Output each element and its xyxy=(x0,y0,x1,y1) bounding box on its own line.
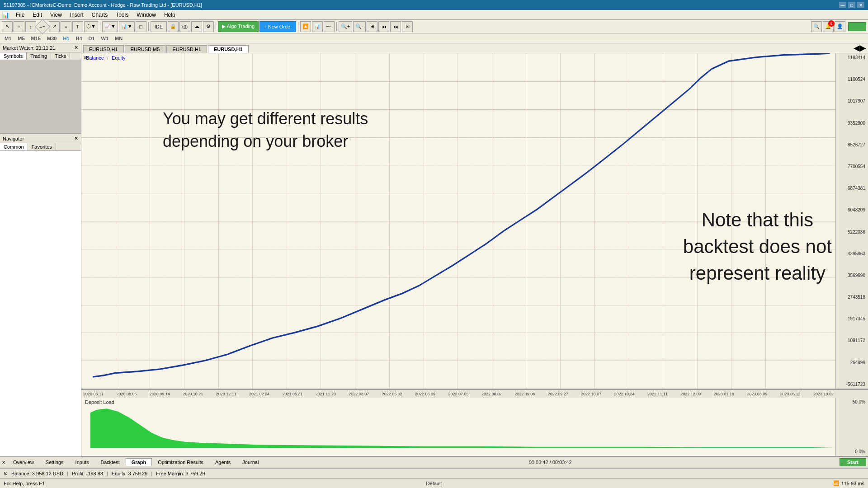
chart-equity-label: Equity xyxy=(112,55,126,61)
free-margin-label: Free Margin: 3 759.29 xyxy=(156,471,205,476)
tab-overview[interactable]: Overview xyxy=(7,458,40,466)
text-tool[interactable]: ≡ xyxy=(61,21,71,32)
settings-btn[interactable]: ⚙ xyxy=(203,21,214,32)
chart-tab-1[interactable]: EURUSD,M5 xyxy=(125,45,166,53)
algo-trading-btn[interactable]: ▶ Algo Trading xyxy=(218,21,259,32)
start-button[interactable]: Start xyxy=(840,458,866,466)
zoom-out-btn[interactable]: 🔍- xyxy=(353,21,366,32)
minimize-button[interactable]: — xyxy=(839,2,846,8)
market-watch-close[interactable]: ✕ xyxy=(74,45,78,51)
menu-help[interactable]: Help xyxy=(160,11,179,19)
chart-tab-right[interactable]: ▶ xyxy=(860,43,866,53)
new-order-btn[interactable]: + New Order xyxy=(259,21,296,32)
close-panel-btn[interactable]: ✕ xyxy=(2,460,5,465)
tab-optimization[interactable]: Optimization Results xyxy=(152,458,209,466)
market-watch-title: Market Watch: 21:11:21 xyxy=(3,45,55,51)
tf-h4[interactable]: H4 xyxy=(73,35,85,42)
draw-line-tool[interactable]: ╱ xyxy=(35,19,50,34)
lock-btn[interactable]: 🔒 xyxy=(168,21,179,32)
tab-backtest[interactable]: Backtest xyxy=(95,458,126,466)
menu-insert[interactable]: Insert xyxy=(66,11,87,19)
tab-favorites[interactable]: Favorites xyxy=(28,143,56,150)
tf-m30[interactable]: M30 xyxy=(44,35,59,42)
tab-trading[interactable]: Trading xyxy=(27,52,51,60)
x-label-21: 2023.05.12 xyxy=(780,392,801,396)
ide-btn[interactable]: IDE xyxy=(151,21,167,32)
y-label-15: -5611723 xyxy=(837,382,867,387)
deposit-load-label: Deposit Load xyxy=(85,399,114,405)
market-watch-tabs: Symbols Trading Ticks xyxy=(0,52,81,60)
chart-type-dropdown[interactable]: 📈▼ xyxy=(102,21,118,32)
x-label-8: 2022.03.07 xyxy=(349,392,369,396)
signal-icon: 📶 xyxy=(833,480,840,486)
chart-period-dropdown[interactable]: 📊▼ xyxy=(119,21,135,32)
y-label-14: 264999 xyxy=(837,360,867,365)
tf-m5[interactable]: M5 xyxy=(15,35,27,42)
tab-journal[interactable]: Journal xyxy=(236,458,264,466)
compile-btn[interactable]: (()) xyxy=(179,21,190,32)
menu-tools[interactable]: Tools xyxy=(112,11,132,19)
notification-badge: 8 xyxy=(828,20,835,27)
tab-ticks[interactable]: Ticks xyxy=(51,52,70,60)
menu-charts[interactable]: Charts xyxy=(88,11,111,19)
x-label-5: 2021.02.04 xyxy=(249,392,269,396)
cursor-tool[interactable]: ↖ xyxy=(2,21,13,32)
chart-tab-3[interactable]: EURUSD,H1 xyxy=(208,45,249,53)
menu-edit[interactable]: Edit xyxy=(29,11,46,19)
chart-mode-btn[interactable]: 📊 xyxy=(312,21,323,32)
search-btn[interactable]: 🔍 xyxy=(811,21,822,32)
sep2 xyxy=(148,22,149,31)
shapes-tool[interactable]: ⬡▼ xyxy=(84,21,98,32)
navigator-title: Navigator xyxy=(3,136,24,141)
maximize-button[interactable]: □ xyxy=(848,2,855,8)
y-label-0: 1183414 xyxy=(837,55,867,60)
grid-btn[interactable]: ⊞ xyxy=(367,21,377,32)
line-chart-btn[interactable]: 〰 xyxy=(324,21,335,32)
x-label-19: 2023.01.18 xyxy=(714,392,734,396)
tab-inputs[interactable]: Inputs xyxy=(70,458,95,466)
x-axis-labels: 2020.06.17 2020.08.05 2020.09.14 2020.10… xyxy=(83,392,834,396)
left-panels: Market Watch: 21:11:21 ✕ Symbols Trading… xyxy=(0,43,81,456)
tab-common[interactable]: Common xyxy=(0,143,28,150)
scroll-left-btn[interactable]: ⏮ xyxy=(378,21,389,32)
chart-tab-2[interactable]: EURUSD,H1 xyxy=(166,45,207,53)
objects-btn[interactable]: ⊡ xyxy=(402,21,413,32)
navigator-close[interactable]: ✕ xyxy=(74,136,78,141)
template-btn[interactable]: □ xyxy=(136,21,146,32)
tab-settings[interactable]: Settings xyxy=(40,458,70,466)
menu-window[interactable]: Window xyxy=(133,11,160,19)
cloud-btn[interactable]: ☁ xyxy=(191,21,202,32)
profit-label: Profit: -198.83 xyxy=(72,471,103,476)
chart-tab-0[interactable]: EURUSD,H1 xyxy=(83,45,124,53)
tf-w1[interactable]: W1 xyxy=(99,35,112,42)
tab-graph[interactable]: Graph xyxy=(126,458,152,466)
text-insert[interactable]: T xyxy=(72,21,83,32)
deposit-y-0: 0.0% xyxy=(837,449,867,454)
tf-m1[interactable]: M1 xyxy=(2,35,14,42)
tf-d1[interactable]: D1 xyxy=(86,35,98,42)
scroll-right-btn[interactable]: ⏭ xyxy=(390,21,401,32)
crosshair-tool[interactable]: + xyxy=(14,21,24,32)
close-button[interactable]: ✕ xyxy=(857,2,864,8)
tf-mn[interactable]: MN xyxy=(112,35,125,42)
tf-m15[interactable]: M15 xyxy=(28,35,43,42)
x-label-18: 2022.12.09 xyxy=(680,392,701,396)
tf-h1[interactable]: H1 xyxy=(60,35,72,42)
chart-tab-left[interactable]: ◀ xyxy=(854,43,860,53)
window-controls: — □ ✕ xyxy=(839,2,864,8)
app-icon: 📊 xyxy=(2,11,9,19)
deposit-chart: Deposit Load Strategy Tester 50.0% 0.0% xyxy=(81,398,868,456)
main-chart[interactable]: ✕ Balance / Equity xyxy=(81,53,868,389)
menu-file[interactable]: File xyxy=(12,11,28,19)
tab-symbols[interactable]: Symbols xyxy=(0,52,27,60)
menu-view[interactable]: View xyxy=(47,11,66,19)
zoom-in-btn[interactable]: 🔍+ xyxy=(339,21,352,32)
status-indicator xyxy=(848,22,866,31)
x-label-7: 2021.11.23 xyxy=(316,392,336,396)
zoom-up-btn[interactable]: 🔼 xyxy=(300,21,311,32)
sep5 xyxy=(336,22,337,31)
tab-agents[interactable]: Agents xyxy=(209,458,236,466)
account-btn[interactable]: 👤 xyxy=(835,21,845,32)
balance-label: Balance: 3 958.12 USD xyxy=(11,471,63,476)
arrow-tool[interactable]: ↗ xyxy=(49,21,60,32)
